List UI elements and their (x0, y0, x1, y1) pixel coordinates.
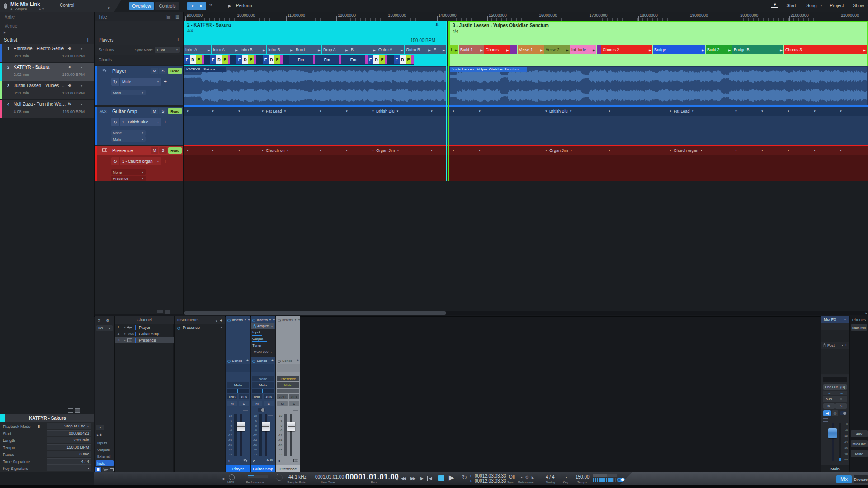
track-header-presence[interactable]: PresenceMSRead↻1 - Church organ▼+None▼Pr… (95, 146, 183, 181)
section-divider[interactable] (597, 45, 601, 54)
chord-fm[interactable]: Fm (341, 55, 365, 64)
cue-out-select[interactable]: Presence (277, 376, 299, 381)
section-e[interactable]: E-▶- (432, 45, 446, 54)
mono-button[interactable]: ◎ (832, 410, 838, 416)
help-button[interactable]: ? (209, 3, 212, 8)
lane-marker-icon[interactable]: ▼ (212, 146, 214, 155)
channel-row[interactable]: 2●AUXGuitar Amp (115, 331, 174, 337)
lane-marker-icon[interactable]: ▼ (430, 146, 433, 155)
song-info-value[interactable]: 4 / 4 (47, 458, 91, 465)
lane-marker-icon[interactable]: ▼ (345, 146, 348, 155)
channel-row[interactable]: 3●Presence (115, 337, 174, 343)
sends-header[interactable]: Sends+ (226, 358, 250, 363)
stop-button[interactable] (438, 475, 444, 481)
output-select[interactable]: None▼ (111, 130, 146, 136)
preset-sync-icon[interactable]: ↻ (111, 78, 119, 86)
item-time-value[interactable]: 0001.01.01.00 (315, 474, 344, 479)
lane-marker-icon[interactable]: ▼ (238, 107, 241, 116)
strip-solo-button[interactable]: S (239, 401, 249, 406)
chevron-down-icon[interactable]: ▼ (691, 110, 694, 113)
mixer-tab-outputs[interactable]: Outputs (96, 447, 114, 453)
loc-l-value[interactable]: 00012.03.03.33 (475, 474, 506, 479)
next-bar-icon[interactable]: ▶ (420, 476, 424, 481)
menu-song[interactable]: Song (804, 3, 819, 8)
sync-value[interactable]: Off (509, 474, 515, 479)
chord-d[interactable]: D (190, 55, 196, 64)
strip-mute-button[interactable]: M (252, 401, 262, 406)
chevron-down-icon[interactable]: ▼ (186, 149, 189, 152)
lane-marker-icon[interactable]: ▼ (186, 107, 189, 116)
add-preset-button[interactable]: + (164, 79, 167, 85)
chord-divider[interactable] (254, 55, 256, 64)
chord-f[interactable]: F (210, 55, 216, 64)
main-trim-right[interactable]: -∞ (835, 391, 847, 395)
device-input-item[interactable]: Input (252, 330, 260, 334)
song-info-value[interactable]: Stop at End▼ (47, 423, 91, 429)
chevron-down-icon[interactable]: ▼ (294, 319, 297, 321)
fader-track[interactable] (240, 414, 242, 456)
power-icon[interactable] (177, 326, 180, 329)
main-output-button[interactable]: Line Out.. (R) (823, 384, 847, 390)
chevron-down-icon[interactable]: ▼ (319, 110, 322, 113)
dim-toggle[interactable] (840, 411, 847, 415)
song-info-value[interactable]: 0 sec (47, 451, 91, 457)
panel-window-icon[interactable] (68, 408, 73, 413)
chevron-down-icon[interactable]: ▼ (761, 149, 764, 152)
section-outro-a[interactable]: Outro A-▶- (377, 45, 404, 54)
control-chevron-down-icon[interactable]: ▼ (108, 7, 110, 9)
chevron-down-icon[interactable]: ▼ (545, 149, 547, 152)
chevron-down-icon[interactable]: ▼ (142, 171, 144, 174)
chevron-down-icon[interactable]: ▼ (700, 149, 703, 152)
monitor-speaker-button[interactable]: ◀ (823, 410, 831, 416)
chevron-down-icon[interactable]: ▼ (270, 351, 273, 353)
section-intro-a[interactable]: Intro A-▶- (212, 45, 239, 54)
song-info-value[interactable]: 008890423 (47, 430, 91, 436)
automation-read-badge[interactable]: Read (168, 108, 182, 114)
chord-f[interactable]: F (236, 55, 242, 64)
chevron-down-icon[interactable]: ▼ (452, 149, 455, 152)
power-icon[interactable] (253, 324, 256, 328)
strip-mute-button[interactable]: M (277, 401, 288, 406)
prev-bar-icon[interactable]: ◀ (394, 476, 398, 481)
preset-select[interactable]: 1 - Church organ▼ (120, 157, 161, 165)
device-output-item[interactable]: Output (252, 337, 263, 341)
add-insert-button[interactable]: + (248, 318, 250, 322)
chord-f[interactable]: F (394, 55, 400, 64)
chevron-down-icon[interactable]: ▼ (319, 149, 322, 152)
strip-mute-button[interactable]: M (227, 401, 237, 406)
mixer-tab-external[interactable]: External (96, 454, 114, 460)
browse-button[interactable]: Browse (854, 475, 868, 483)
lane-marker-icon[interactable]: ▼ (212, 107, 214, 116)
strip-name-plate[interactable]: Presence (276, 465, 300, 472)
pan-display[interactable]: <C> (289, 394, 299, 399)
main-solo-button[interactable]: S (835, 403, 847, 409)
section-chorus-3[interactable]: Chorus 3-▶- (784, 45, 867, 54)
section-verse-2[interactable]: Verse 2-▶- (544, 45, 570, 54)
chevron-down-icon[interactable]: ▼ (283, 110, 286, 113)
section-chorus[interactable]: Chorus-▶- (484, 45, 510, 54)
stop-at-end-icon[interactable]: -II- (37, 424, 40, 429)
add-preset-button[interactable]: + (164, 158, 167, 164)
setlist-item[interactable]: 1Emmavie - Electro Genie-II-▼3:21 min120… (0, 44, 94, 62)
section-build[interactable]: Build-▶- (294, 45, 321, 54)
phones-micline-button[interactable]: Mic/Line (851, 440, 868, 447)
chevron-down-icon[interactable]: ▼ (787, 149, 790, 152)
output-select[interactable]: Main▼ (111, 136, 146, 142)
chord-divider[interactable] (228, 55, 230, 64)
main-fader-cap[interactable] (828, 428, 837, 438)
track-header-player[interactable]: PlayerMSRead↻Mute▼+Main▼ (95, 66, 183, 105)
panel-collapse-icon[interactable]: ▼ (771, 2, 778, 8)
power-icon[interactable] (252, 359, 255, 362)
chevron-down-icon[interactable]: ▼ (244, 319, 246, 321)
fader-cap[interactable] (237, 422, 245, 431)
track-filter-icon[interactable]: ▥ (175, 14, 179, 19)
play-cursor-icon[interactable]: ▸ ▮ (97, 433, 102, 437)
device-tuner-item[interactable]: Tuner (252, 343, 262, 347)
chord-e[interactable]: E (406, 55, 411, 64)
chevron-down-icon[interactable]: ▼ (761, 110, 764, 113)
lane-preset-marker[interactable]: ▼Church organ▼ (669, 146, 703, 155)
h-scrollbar[interactable]: ▸ (184, 311, 868, 315)
perform-button[interactable]: Perform (236, 3, 252, 8)
metronome-icons[interactable]: ●⚙◣ (521, 475, 534, 479)
chevron-down-icon[interactable]: ▼ (157, 160, 159, 163)
